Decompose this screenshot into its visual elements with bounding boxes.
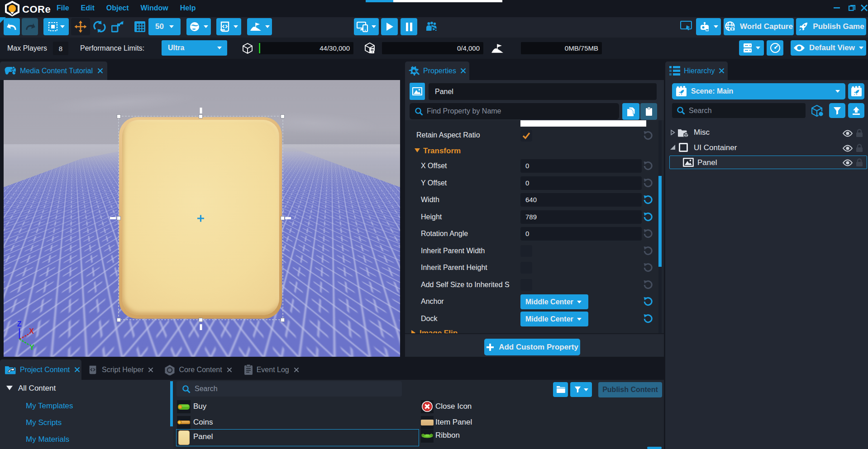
svg-text:Z: Z <box>17 320 22 328</box>
svg-text:X: X <box>29 327 34 335</box>
svg-text:Y: Y <box>29 344 34 351</box>
